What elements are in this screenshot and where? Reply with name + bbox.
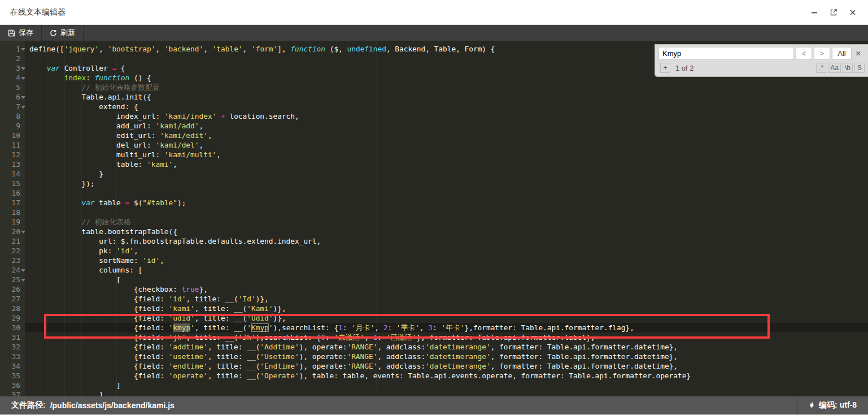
plug-icon	[808, 401, 815, 409]
code-text: pk: 'id',	[0, 246, 868, 256]
line-number: 4	[0, 73, 20, 83]
code-text: table.bootstrapTable({	[0, 227, 868, 236]
chevron-left-icon: <	[802, 49, 806, 58]
code-line[interactable]: 33 {field: 'usetime', title: __('Usetime…	[0, 352, 868, 361]
page-title: 在线文本编辑器	[10, 7, 66, 18]
maximize-button[interactable]	[828, 7, 839, 18]
code-line[interactable]: 26 {checkbox: true},	[0, 284, 868, 294]
code-text: {checkbox: true},	[0, 284, 868, 294]
code-line[interactable]: 14 }	[0, 169, 868, 179]
search-in-selection-toggle-button[interactable]: S	[854, 63, 865, 73]
case-sensitive-label: Aa	[830, 64, 839, 72]
fold-arrow-icon[interactable]	[21, 96, 25, 99]
code-line[interactable]: 20 table.bootstrapTable({	[0, 227, 868, 236]
search-in-selection-label: S	[857, 64, 862, 72]
regex-toggle-button[interactable]: .*	[816, 63, 826, 73]
line-number: 22	[0, 246, 20, 256]
line-number: 13	[0, 159, 20, 169]
refresh-button[interactable]: 刷新	[42, 25, 84, 41]
code-line[interactable]: 37 ]	[0, 390, 868, 396]
plus-icon: +	[663, 64, 667, 72]
code-line[interactable]: 8 index_url: 'kami/index' + location.sea…	[0, 111, 868, 121]
chevron-right-icon: >	[820, 49, 825, 58]
code-line[interactable]: 6 Table.api.init({	[0, 92, 868, 102]
code-text: ]	[0, 390, 868, 396]
line-number: 2	[0, 54, 20, 63]
code-line[interactable]: 18	[0, 208, 868, 217]
line-number: 5	[0, 83, 20, 92]
line-number: 20	[0, 227, 20, 236]
regex-toggle-label: .*	[819, 64, 823, 72]
status-bar: 文件路径: /public/assets/js/backend/kami.js …	[0, 396, 868, 415]
find-next-button[interactable]: >	[814, 47, 830, 60]
line-number: 27	[0, 294, 20, 304]
search-row-options: + 1 of 2 .* Aa \b S	[658, 62, 865, 74]
minimize-icon	[810, 8, 819, 17]
find-all-label: All	[838, 49, 845, 58]
find-all-button[interactable]: All	[832, 47, 852, 60]
code-line[interactable]: 16	[0, 188, 868, 198]
code-line[interactable]: 9 add_url: 'kami/add',	[0, 121, 868, 131]
line-number: 3	[0, 63, 20, 73]
code-line[interactable]: 12 multi_url: 'kami/multi',	[0, 150, 868, 159]
case-sensitive-toggle-button[interactable]: Aa	[828, 63, 841, 73]
code-line[interactable]: 17 var table = $("#table");	[0, 198, 868, 208]
code-text: Table.api.init({	[0, 92, 868, 102]
line-number: 7	[0, 102, 20, 111]
code-editor[interactable]: 1define(['jquery', 'bootstrap', 'backend…	[0, 41, 868, 396]
minimize-button[interactable]	[809, 7, 819, 18]
code-text: edit_url: 'kami/edit',	[0, 131, 868, 140]
code-line[interactable]: 5 // 初始化表格参数配置	[0, 83, 868, 92]
fold-arrow-icon[interactable]	[21, 77, 25, 80]
encoding-section: 编码: utf-8	[797, 396, 857, 414]
close-button[interactable]	[848, 7, 858, 18]
whole-word-toggle-button[interactable]: \b	[843, 63, 853, 73]
line-number: 34	[0, 361, 20, 371]
save-button-label: 保存	[19, 28, 33, 38]
search-close-button[interactable]: ×	[856, 49, 861, 58]
code-text: columns: [	[0, 265, 868, 275]
code-line[interactable]: 21 url: $.fn.bootstrapTable.defaults.ext…	[0, 236, 868, 246]
code-line[interactable]: 15 });	[0, 179, 868, 188]
find-previous-button[interactable]: <	[796, 47, 812, 60]
fold-arrow-icon[interactable]	[21, 106, 25, 109]
line-number: 19	[0, 217, 20, 227]
code-text: });	[0, 179, 868, 188]
fold-arrow-icon[interactable]	[21, 269, 25, 272]
code-line[interactable]: 25 [	[0, 275, 868, 284]
code-line[interactable]: 10 edit_url: 'kami/edit',	[0, 131, 868, 140]
line-number: 23	[0, 256, 20, 265]
save-button[interactable]: 保存	[0, 25, 42, 41]
code-line[interactable]: 32 {field: 'addtime', title: __('Addtime…	[0, 342, 868, 352]
code-line[interactable]: 36 ]	[0, 381, 868, 390]
code-line[interactable]: 35 {field: 'operate', title: __('Operate…	[0, 371, 868, 381]
fold-arrow-icon[interactable]	[21, 279, 25, 282]
file-path-label: 文件路径:	[11, 400, 46, 410]
code-text: multi_url: 'kami/multi',	[0, 150, 868, 159]
fold-arrow-icon[interactable]	[21, 67, 25, 70]
code-lines[interactable]: 1define(['jquery', 'bootstrap', 'backend…	[0, 44, 868, 396]
code-line[interactable]: 11 del_url: 'kami/del',	[0, 140, 868, 150]
line-number: 11	[0, 140, 20, 150]
code-line[interactable]: 27 {field: 'id', title: __('Id')},	[0, 294, 868, 304]
code-line[interactable]: 23 sortName: 'id',	[0, 256, 868, 265]
fold-arrow-icon[interactable]	[21, 231, 25, 234]
line-number: 31	[0, 332, 20, 342]
code-line[interactable]: 13 table: 'kami',	[0, 159, 868, 169]
refresh-button-label: 刷新	[60, 28, 75, 38]
code-line[interactable]: 24 columns: [	[0, 265, 868, 275]
fold-arrow-icon[interactable]	[21, 48, 25, 51]
encoding-label: 编码: utf-8	[819, 400, 857, 410]
line-number: 24	[0, 265, 20, 275]
code-line[interactable]: 22 pk: 'id',	[0, 246, 868, 256]
search-input[interactable]	[658, 47, 794, 60]
code-text: {field: 'endtime', title: __('Endtime'),…	[0, 361, 868, 371]
code-line[interactable]: 28 {field: 'kami', title: __('Kami')},	[0, 304, 868, 313]
maximize-icon	[829, 8, 838, 17]
code-line[interactable]: 34 {field: 'endtime', title: __('Endtime…	[0, 361, 868, 371]
code-line[interactable]: 19 // 初始化表格	[0, 217, 868, 227]
toggle-replace-button[interactable]: +	[660, 63, 670, 73]
code-line[interactable]: 7 extend: {	[0, 102, 868, 111]
code-text: del_url: 'kami/del',	[0, 140, 868, 150]
line-number: 28	[0, 304, 20, 313]
